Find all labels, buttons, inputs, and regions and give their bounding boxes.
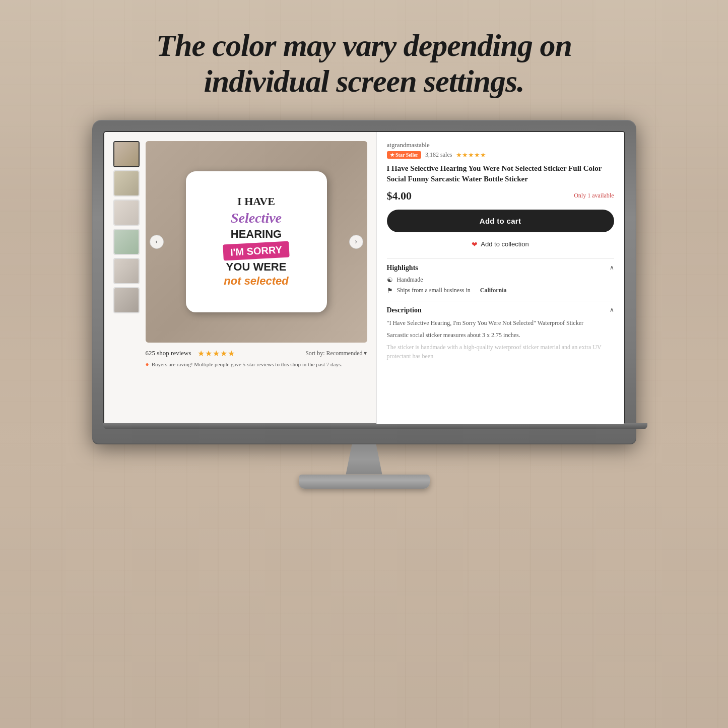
sort-by-label[interactable]: Sort by: Recommended ▾	[305, 350, 367, 357]
ships-label: Ships from a small business in	[397, 287, 471, 294]
thumbnail-2[interactable]	[113, 170, 140, 196]
main-image-bg: ‹ I HAVE Selective HEARING I'M SORRY YOU…	[146, 141, 367, 343]
reviews-count: 625 shop reviews	[146, 349, 191, 357]
highlights-list: ☯ Handmade ⚑ Ships from a small business…	[387, 276, 614, 295]
thumbnail-5[interactable]	[113, 258, 140, 284]
sticker-line-3: HEARING	[231, 227, 282, 242]
raving-icon: ●	[146, 361, 149, 368]
handmade-icon: ☯	[387, 276, 393, 284]
product-price: $4.00	[387, 189, 412, 203]
monitor-container: ‹ I HAVE Selective HEARING I'M SORRY YOU…	[92, 120, 636, 489]
monitor-screen: ‹ I HAVE Selective HEARING I'M SORRY YOU…	[103, 131, 625, 425]
sales-count: 3,182 sales	[425, 151, 452, 159]
sticker-line-6: not selected	[224, 274, 288, 289]
left-panel: ‹ I HAVE Selective HEARING I'M SORRY YOU…	[104, 132, 376, 424]
sticker-line-4: I'M SORRY	[223, 241, 289, 260]
availability-badge: Only 1 available	[574, 192, 614, 200]
location-icon: ⚑	[387, 287, 393, 295]
main-product-image: ‹ I HAVE Selective HEARING I'M SORRY YOU…	[146, 141, 367, 343]
buyers-raving-bar: ● Buyers are raving! Multiple people gav…	[146, 361, 367, 368]
star-seller-badge: ★ Star Seller	[387, 151, 422, 159]
thumbnail-1[interactable]	[113, 141, 140, 167]
highlight-ships: ⚑ Ships from a small business in Califor…	[387, 287, 614, 295]
reviews-bar: 625 shop reviews ★★★★★ Sort by: Recommen…	[146, 349, 367, 358]
highlights-section-header: Highlights ∧	[387, 264, 614, 272]
prev-image-button[interactable]: ‹	[150, 235, 164, 249]
thumbnail-3[interactable]	[113, 200, 140, 226]
shop-name[interactable]: atgrandmastable	[387, 141, 614, 149]
highlights-title: Highlights	[387, 264, 418, 272]
monitor-stand-base	[299, 475, 430, 489]
sticker-image: I HAVE Selective HEARING I'M SORRY YOU W…	[186, 171, 327, 312]
divider-1	[387, 258, 614, 259]
screen-content: ‹ I HAVE Selective HEARING I'M SORRY YOU…	[104, 132, 624, 424]
reviews-stars: ★★★★★	[197, 349, 235, 358]
sticker-line-2: Selective	[231, 209, 282, 227]
thumbnail-strip	[113, 141, 140, 313]
thumbnail-6[interactable]	[113, 287, 140, 313]
description-para-2: Sarcastic social sticker measures about …	[387, 330, 614, 340]
highlights-chevron-icon[interactable]: ∧	[610, 264, 614, 272]
product-rating: ★★★★★	[456, 151, 486, 159]
description-chevron-icon[interactable]: ∧	[610, 306, 614, 314]
sticker-line-5: YOU WERE	[226, 260, 287, 275]
thumbnail-4[interactable]	[113, 229, 140, 255]
divider-2	[387, 301, 614, 301]
price-row: $4.00 Only 1 available	[387, 189, 614, 203]
add-to-collection-label: Add to collection	[481, 240, 528, 248]
page-background: The color may vary depending on individu…	[0, 0, 728, 728]
description-section-header: Description ∧	[387, 306, 614, 314]
ships-location: California	[480, 287, 507, 294]
description-para-1: "I Have Selective Hearing, I'm Sorry You…	[387, 318, 614, 327]
product-title: I Have Selective Hearing You Were Not Se…	[387, 163, 614, 184]
add-to-cart-button[interactable]: Add to cart	[387, 210, 614, 232]
description-title: Description	[387, 306, 422, 314]
sticker-line-1: I HAVE	[237, 194, 275, 209]
star-seller-row: ★ Star Seller 3,182 sales ★★★★★	[387, 151, 614, 159]
add-to-collection-button[interactable]: ❤ Add to collection	[387, 237, 614, 251]
monitor-bezel: ‹ I HAVE Selective HEARING I'M SORRY YOU…	[92, 120, 636, 444]
highlight-handmade: ☯ Handmade	[387, 276, 614, 284]
heart-icon: ❤	[472, 240, 478, 248]
headline-text: The color may vary depending on individu…	[116, 28, 612, 100]
right-panel: atgrandmastable ★ Star Seller 3,182 sale…	[376, 132, 624, 424]
buyers-raving-text: Buyers are raving! Multiple people gave …	[152, 361, 342, 367]
description-para-3: The sticker is handmade with a high-qual…	[387, 343, 614, 361]
next-image-button[interactable]: ›	[349, 235, 363, 249]
handmade-label: Handmade	[397, 276, 423, 284]
monitor-stand-neck	[334, 444, 394, 475]
